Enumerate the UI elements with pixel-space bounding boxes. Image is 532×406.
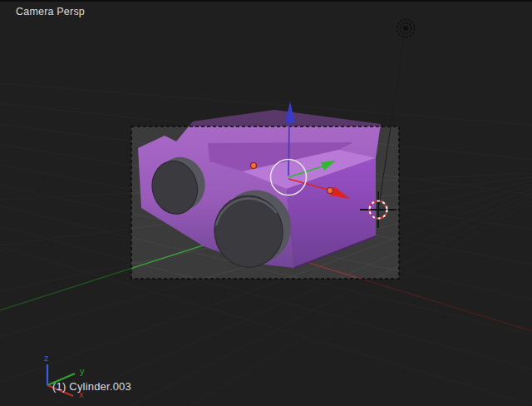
mini-y-label: y: [80, 366, 85, 376]
mini-z-label: z: [44, 353, 49, 363]
3d-viewport[interactable]: z y x Camera Persp (1) Cylinder.003: [0, 0, 532, 406]
object-origin-dot[interactable]: [251, 163, 257, 169]
selected-object-info: (1) Cylinder.003: [52, 380, 131, 393]
view-name-label: Camera Persp: [16, 6, 85, 17]
object-origin-dot-2[interactable]: [328, 188, 333, 194]
gizmo-z-axis-handle[interactable]: [288, 122, 289, 176]
viewport-canvas[interactable]: z y x: [0, 0, 532, 406]
